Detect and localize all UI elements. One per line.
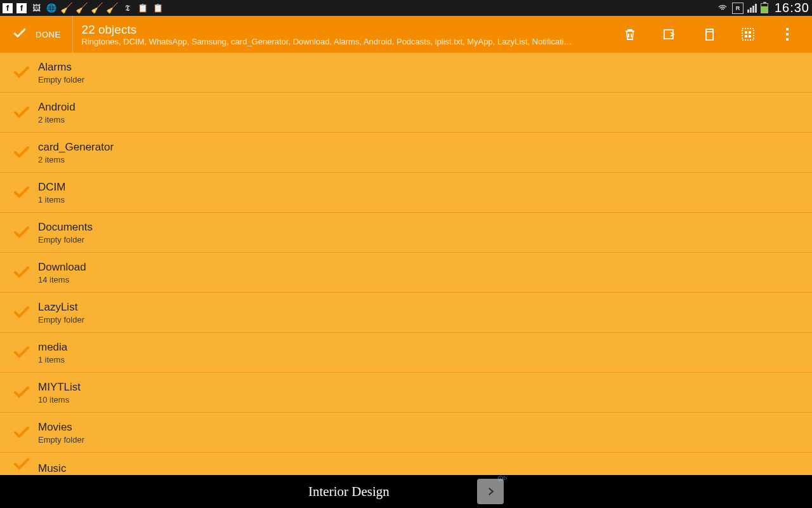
item-subtitle: 1 items — [38, 355, 67, 364]
overflow-menu-button[interactable] — [768, 16, 807, 53]
check-icon — [11, 25, 28, 44]
row-check-icon[interactable] — [8, 455, 36, 474]
svg-rect-6 — [749, 35, 751, 37]
list-item[interactable]: DCIM1 items — [0, 173, 812, 213]
item-subtitle: Empty folder — [38, 435, 84, 444]
item-subtitle: Empty folder — [38, 75, 84, 84]
cleaner-icon: 🧹 — [107, 3, 118, 14]
list-item[interactable]: Download14 items — [0, 253, 812, 293]
row-check-icon[interactable] — [8, 263, 36, 282]
svg-rect-3 — [745, 31, 747, 34]
clock: 16:30 — [775, 1, 809, 15]
ad-banner[interactable]: Interior Design ⓘ▷ — [304, 475, 508, 508]
action-bar: DONE 22 objects Ringtones, DCIM, WhatsAp… — [0, 16, 812, 53]
item-subtitle: Empty folder — [38, 235, 93, 244]
cut-button[interactable] — [650, 16, 689, 53]
item-name: DCIM — [38, 181, 65, 194]
select-all-button[interactable] — [728, 16, 768, 53]
item-subtitle: 2 items — [38, 155, 114, 164]
ad-info-icon[interactable]: ⓘ▷ — [498, 475, 508, 482]
item-name: media — [38, 341, 67, 354]
item-name: card_Generator — [38, 141, 114, 154]
svg-rect-5 — [745, 35, 747, 37]
list-item[interactable]: card_Generator2 items — [0, 133, 812, 173]
list-item[interactable]: LazyListEmpty folder — [0, 293, 812, 333]
item-name: Download — [38, 261, 86, 274]
item-subtitle: 1 items — [38, 195, 65, 204]
trash-icon — [622, 27, 638, 42]
cleaner-icon: 🧹 — [61, 3, 72, 14]
row-check-icon[interactable] — [8, 343, 36, 362]
item-subtitle: 2 items — [38, 115, 75, 124]
overflow-icon — [786, 28, 789, 41]
status-bar: f f 🖼 🌐 🧹 🧹 🧹 🧹 𝕿 📋 📋 R 16:30 — [0, 0, 812, 16]
svg-rect-1 — [706, 32, 713, 40]
row-check-icon[interactable] — [8, 63, 36, 82]
cut-move-icon — [662, 27, 677, 42]
gallery-icon: 🖼 — [30, 3, 42, 14]
ad-play-button[interactable] — [477, 479, 504, 504]
row-check-icon[interactable] — [8, 143, 36, 162]
title-area: 22 objects Ringtones, DCIM, WhatsApp, Sa… — [72, 16, 599, 53]
item-name: MIYTList — [38, 381, 81, 394]
ad-text: Interior Design — [304, 484, 390, 500]
wifi-icon — [717, 3, 728, 14]
done-label: DONE — [36, 30, 61, 39]
list-item[interactable]: MIYTList10 items — [0, 373, 812, 413]
list-item[interactable]: MoviesEmpty folder — [0, 413, 812, 453]
row-check-icon[interactable] — [8, 223, 36, 242]
selection-items: Ringtones, DCIM, WhatsApp, Samsung, card… — [82, 37, 590, 46]
clipboard-up-icon: 📋 — [152, 3, 164, 14]
list-item[interactable]: media1 items — [0, 333, 812, 373]
done-button[interactable]: DONE — [0, 16, 72, 53]
row-check-icon[interactable] — [8, 183, 36, 202]
facebook-notif-icon: f — [16, 3, 27, 13]
svg-rect-2 — [742, 29, 754, 40]
svg-rect-4 — [749, 31, 751, 34]
globe-icon: 🌐 — [46, 3, 57, 14]
list-item[interactable]: Android2 items — [0, 93, 812, 133]
list-item[interactable]: AlarmsEmpty folder — [0, 53, 812, 93]
item-name: Android — [38, 101, 75, 114]
selection-count: 22 objects — [82, 23, 590, 37]
signal-icon — [747, 4, 757, 13]
row-check-icon[interactable] — [8, 103, 36, 122]
clipboard-down-icon: 📋 — [137, 3, 148, 14]
delete-button[interactable] — [610, 16, 650, 53]
item-name: Alarms — [38, 61, 84, 74]
cleaner-icon: 🧹 — [76, 3, 88, 14]
copy-icon — [701, 27, 716, 42]
battery-icon — [761, 3, 768, 13]
nyt-icon: 𝕿 — [122, 3, 133, 14]
cleaner-icon: 🧹 — [91, 3, 103, 14]
list-item[interactable]: DocumentsEmpty folder — [0, 213, 812, 253]
item-name: Music — [38, 462, 66, 475]
item-name: Documents — [38, 221, 93, 234]
copy-button[interactable] — [689, 16, 728, 53]
facebook-notif-icon: f — [3, 3, 13, 13]
select-grid-icon — [740, 27, 756, 42]
item-name: LazyList — [38, 301, 84, 314]
file-list[interactable]: AlarmsEmpty folderAndroid2 itemscard_Gen… — [0, 53, 812, 475]
row-check-icon[interactable] — [8, 423, 36, 442]
row-check-icon[interactable] — [8, 303, 36, 322]
list-item[interactable]: Music — [0, 453, 812, 475]
item-subtitle: 10 items — [38, 395, 81, 404]
roaming-badge: R — [732, 3, 743, 14]
svg-rect-0 — [664, 30, 673, 39]
item-name: Movies — [38, 421, 84, 434]
row-check-icon[interactable] — [8, 383, 36, 402]
item-subtitle: 14 items — [38, 275, 86, 284]
item-subtitle: Empty folder — [38, 315, 84, 324]
chevron-right-icon — [485, 486, 496, 497]
